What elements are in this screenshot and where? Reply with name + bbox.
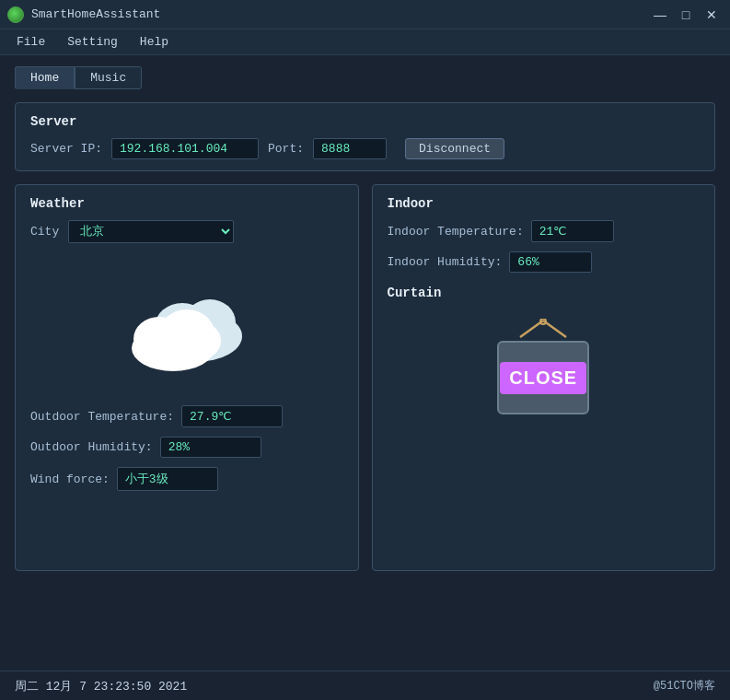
indoor-temp-label: Indoor Temperature:: [388, 225, 524, 239]
svg-point-6: [180, 322, 221, 359]
app-title: SmartHomeAssistant: [31, 7, 160, 21]
weather-data: Outdoor Temperature: 27.9℃ Outdoor Humid…: [30, 405, 343, 491]
wind-row: Wind force: 小于3级: [30, 467, 343, 491]
sign-board[interactable]: CLOSE: [497, 341, 589, 414]
bottom-row: Weather City 北京 上海 广州 深圳: [15, 184, 715, 571]
indoor-temp-row: Indoor Temperature: 21℃: [388, 220, 701, 242]
svg-line-8: [543, 321, 566, 337]
weather-section: Weather City 北京 上海 广州 深圳: [15, 184, 359, 571]
svg-line-7: [520, 321, 543, 337]
close-window-button[interactable]: ✕: [701, 6, 723, 24]
indoor-humidity-row: Indoor Humidity: 66%: [388, 251, 701, 273]
minimize-button[interactable]: —: [649, 6, 671, 24]
outdoor-temp-label: Outdoor Temperature:: [30, 410, 174, 424]
indoor-section: Indoor Indoor Temperature: 21℃ Indoor Hu…: [372, 184, 716, 571]
outdoor-temp-value: 27.9℃: [181, 405, 283, 427]
curtain-icon-area: CLOSE: [388, 319, 701, 414]
cloud-icon: [113, 267, 261, 378]
main-content: Home Music Server Server IP: Port: Disco…: [0, 55, 730, 582]
menu-help[interactable]: Help: [131, 33, 178, 51]
indoor-humidity-label: Indoor Humidity:: [388, 255, 503, 269]
wind-value: 小于3级: [117, 467, 218, 491]
indoor-section-title: Indoor: [388, 196, 701, 211]
indoor-temp-value: 21℃: [531, 220, 614, 242]
tab-music[interactable]: Music: [75, 66, 142, 89]
weather-icon-area: [30, 258, 343, 387]
weather-section-title: Weather: [30, 196, 343, 211]
city-label: City: [30, 225, 59, 239]
tab-bar: Home Music: [15, 66, 715, 89]
server-ip-label: Server IP:: [30, 142, 102, 156]
menu-setting[interactable]: Setting: [58, 33, 127, 51]
outdoor-humidity-value: 28%: [160, 437, 261, 458]
server-section: Server Server IP: Port: Disconnect: [15, 102, 715, 171]
title-bar-left: SmartHomeAssistant: [7, 6, 160, 23]
title-bar: SmartHomeAssistant — □ ✕: [0, 0, 730, 29]
city-select[interactable]: 北京 上海 广州 深圳: [68, 220, 234, 243]
port-label: Port:: [268, 142, 304, 156]
outdoor-temp-row: Outdoor Temperature: 27.9℃: [30, 405, 343, 427]
close-sign-container: CLOSE: [497, 319, 589, 414]
status-bar: 周二 12月 7 23:23:50 2021 @51CTO博客: [0, 671, 730, 700]
tab-home[interactable]: Home: [15, 66, 75, 89]
outdoor-humidity-label: Outdoor Humidity:: [30, 440, 153, 454]
datetime-display: 周二 12月 7 23:23:50 2021: [15, 678, 187, 694]
wind-label: Wind force:: [30, 472, 110, 486]
menu-file[interactable]: File: [7, 33, 54, 51]
menu-bar: File Setting Help: [0, 29, 730, 55]
disconnect-button[interactable]: Disconnect: [405, 138, 504, 159]
curtain-subsection: Curtain CLOSE: [388, 286, 701, 414]
hanger-icon: [506, 319, 580, 341]
app-icon: [7, 6, 24, 23]
title-bar-controls: — □ ✕: [649, 6, 723, 24]
port-input[interactable]: [313, 138, 387, 159]
branding: @51CTO博客: [654, 678, 715, 694]
server-ip-input[interactable]: [111, 138, 259, 159]
city-row: City 北京 上海 广州 深圳: [30, 220, 343, 243]
indoor-humidity-value: 66%: [509, 251, 592, 273]
close-sign-text[interactable]: CLOSE: [500, 362, 586, 394]
server-section-title: Server: [30, 114, 700, 129]
maximize-button[interactable]: □: [675, 6, 697, 24]
curtain-title: Curtain: [388, 286, 701, 300]
outdoor-humidity-row: Outdoor Humidity: 28%: [30, 437, 343, 458]
server-row: Server IP: Port: Disconnect: [30, 138, 700, 159]
